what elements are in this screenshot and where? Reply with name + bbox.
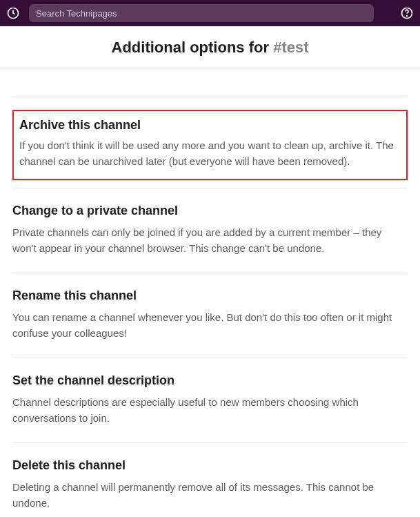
top-bar bbox=[0, 0, 420, 26]
option-description[interactable]: Set the channel description Channel desc… bbox=[12, 358, 408, 443]
spacer bbox=[12, 68, 408, 97]
spacer bbox=[12, 180, 408, 188]
option-title: Archive this channel bbox=[19, 118, 401, 133]
option-desc: Channel descriptions are especially usef… bbox=[12, 395, 408, 426]
option-private[interactable]: Change to a private channel Private chan… bbox=[12, 188, 408, 273]
option-desc: You can rename a channel whenever you li… bbox=[12, 310, 408, 341]
option-archive[interactable]: Archive this channel If you don't think … bbox=[12, 110, 408, 180]
option-desc: If you don't think it will be used any m… bbox=[19, 138, 401, 169]
channel-name: #test bbox=[273, 39, 308, 56]
option-rename[interactable]: Rename this channel You can rename a cha… bbox=[12, 273, 408, 358]
history-icon[interactable] bbox=[6, 6, 21, 21]
option-title: Change to a private channel bbox=[12, 204, 408, 218]
option-desc: Private channels can only be joined if y… bbox=[12, 225, 408, 256]
search-input[interactable] bbox=[36, 8, 367, 19]
page-header: Additional options for #test bbox=[0, 26, 420, 68]
page-title: Additional options for bbox=[112, 39, 274, 56]
svg-point-2 bbox=[407, 16, 408, 17]
help-icon[interactable] bbox=[399, 6, 414, 21]
option-title: Delete this channel bbox=[12, 458, 408, 473]
option-delete[interactable]: Delete this channel Deleting a channel w… bbox=[12, 443, 408, 517]
option-title: Set the channel description bbox=[12, 373, 408, 388]
option-desc: Deleting a channel will permanently remo… bbox=[12, 480, 408, 511]
search-box[interactable] bbox=[29, 4, 374, 22]
option-title: Rename this channel bbox=[12, 289, 408, 303]
options-list: Archive this channel If you don't think … bbox=[0, 68, 420, 517]
